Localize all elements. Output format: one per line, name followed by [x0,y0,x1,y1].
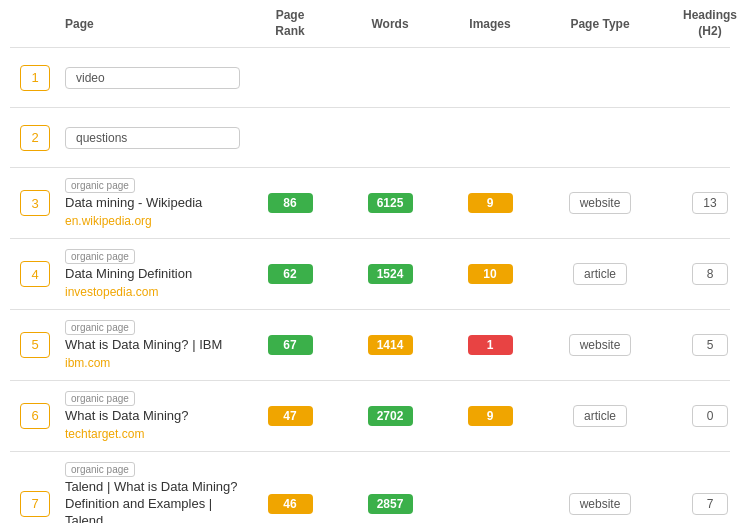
page-title: Data mining - Wikipedia [65,195,240,212]
page-rank-badge: 67 [268,335,313,355]
page-rank-badge: 47 [268,406,313,426]
headings-badge: 13 [692,192,728,214]
words-cell: 1414 [340,335,440,355]
page-url: ibm.com [65,356,240,370]
header-words: Words [340,17,440,31]
images-cell: 1 [440,335,540,355]
words-badge: 2702 [368,406,413,426]
organic-tag: organic page [65,249,135,264]
headings-cell: 13 [660,192,740,214]
page-cell: video [60,67,240,89]
page-cell: questions [60,127,240,149]
words-cell: 1524 [340,264,440,284]
page-type-value: article [573,263,627,285]
page-type-cell: website [540,334,660,356]
headings-badge: 7 [692,493,728,515]
table-header: Page PageRank Words Images Page Type Hea… [10,0,730,48]
headings-cell: 0 [660,405,740,427]
organic-tag: organic page [65,178,135,193]
rank-badge: 4 [20,261,50,287]
table-row: 2questions [10,108,730,168]
headings-cell: 5 [660,334,740,356]
table-row: 6organic pageWhat is Data Mining?techtar… [10,381,730,452]
rank-badge: 6 [20,403,50,429]
images-badge: 1 [468,335,513,355]
rank-cell: 7 [10,491,60,517]
headings-badge: 8 [692,263,728,285]
header-page-rank: PageRank [240,8,340,39]
page-cell: organic pageTalend | What is Data Mining… [60,462,240,523]
header-page: Page [60,17,240,31]
page-url: investopedia.com [65,285,240,299]
page-title: What is Data Mining? [65,408,240,425]
organic-tag: organic page [65,462,135,477]
rank-badge: 5 [20,332,50,358]
images-cell: 9 [440,406,540,426]
page-rank-badge: 86 [268,193,313,213]
page-type-tag: video [65,67,240,89]
page-type-value: website [569,493,632,515]
rank-badge: 3 [20,190,50,216]
rank-cell: 1 [10,65,60,91]
images-cell: 10 [440,264,540,284]
page-rank-cell: 67 [240,335,340,355]
headings-badge: 0 [692,405,728,427]
organic-tag: organic page [65,320,135,335]
rank-cell: 5 [10,332,60,358]
words-badge: 6125 [368,193,413,213]
page-rank-cell: 62 [240,264,340,284]
page-title: Data Mining Definition [65,266,240,283]
words-cell: 2857 [340,494,440,514]
words-badge: 1414 [368,335,413,355]
table-row: 1video [10,48,730,108]
rank-cell: 2 [10,125,60,151]
page-title: Talend | What is Data Mining? Definition… [65,479,240,523]
images-cell: 9 [440,193,540,213]
page-type-value: website [569,334,632,356]
words-cell: 2702 [340,406,440,426]
page-url: en.wikipedia.org [65,214,240,228]
header-images: Images [440,17,540,31]
page-type-value: website [569,192,632,214]
page-type-value: article [573,405,627,427]
page-rank-cell: 47 [240,406,340,426]
images-badge: 10 [468,264,513,284]
rank-badge: 1 [20,65,50,91]
words-badge: 2857 [368,494,413,514]
table-row: 7organic pageTalend | What is Data Minin… [10,452,730,523]
rank-cell: 6 [10,403,60,429]
page-cell: organic pageWhat is Data Mining?techtarg… [60,391,240,441]
header-headings: Headings(H2) [660,8,740,39]
organic-tag: organic page [65,391,135,406]
rank-badge: 7 [20,491,50,517]
page-type-cell: article [540,405,660,427]
page-type-cell: article [540,263,660,285]
headings-cell: 7 [660,493,740,515]
table-body: 1video2questions3organic pageData mining… [10,48,730,523]
table-row: 5organic pageWhat is Data Mining? | IBMi… [10,310,730,381]
headings-cell: 8 [660,263,740,285]
words-cell: 6125 [340,193,440,213]
page-url: techtarget.com [65,427,240,441]
table-row: 4organic pageData Mining Definitioninves… [10,239,730,310]
page-type-cell: website [540,493,660,515]
page-rank-cell: 86 [240,193,340,213]
page-type-tag: questions [65,127,240,149]
images-badge: 9 [468,406,513,426]
header-page-type: Page Type [540,17,660,31]
images-badge: 9 [468,193,513,213]
table-row: 3organic pageData mining - Wikipediaen.w… [10,168,730,239]
page-rank-badge: 46 [268,494,313,514]
page-cell: organic pageWhat is Data Mining? | IBMib… [60,320,240,370]
rank-cell: 4 [10,261,60,287]
page-cell: organic pageData Mining Definitioninvest… [60,249,240,299]
page-rank-badge: 62 [268,264,313,284]
rank-badge: 2 [20,125,50,151]
headings-badge: 5 [692,334,728,356]
rank-cell: 3 [10,190,60,216]
words-badge: 1524 [368,264,413,284]
page-cell: organic pageData mining - Wikipediaen.wi… [60,178,240,228]
page-type-cell: website [540,192,660,214]
main-table: Page PageRank Words Images Page Type Hea… [0,0,740,523]
page-title: What is Data Mining? | IBM [65,337,240,354]
